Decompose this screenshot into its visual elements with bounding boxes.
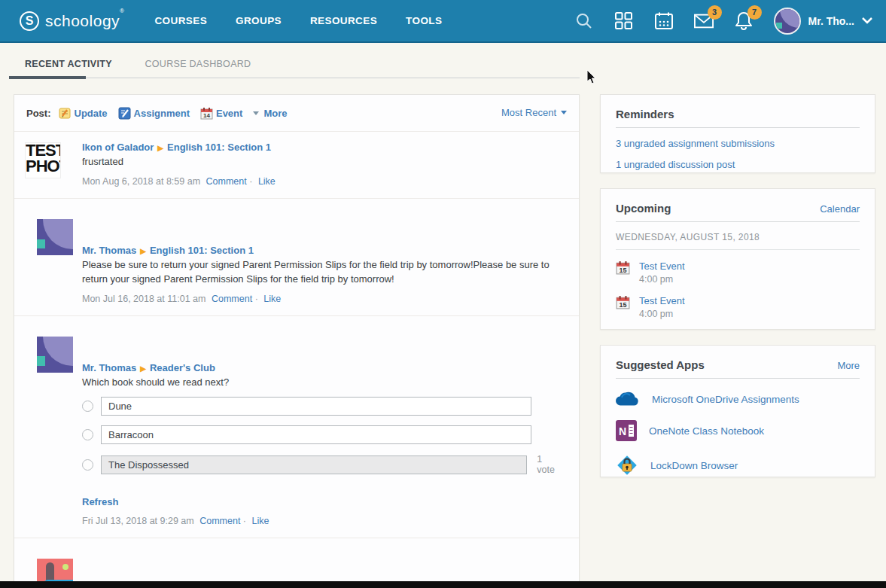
app-row: LockDown Browser: [616, 454, 860, 477]
poll-vote-count: 1 vote: [537, 454, 562, 475]
poll-radio[interactable]: [82, 459, 93, 471]
post-more-button[interactable]: More: [253, 108, 287, 119]
activity-feed: Post: Update Assignment 14 Event More Mo…: [14, 94, 580, 582]
account-menu[interactable]: Mr. Tho...: [774, 8, 872, 35]
app-onenote-link[interactable]: OneNote Class Notebook: [649, 425, 764, 437]
svg-text:15: 15: [620, 301, 627, 309]
comment-link[interactable]: Comment: [212, 294, 252, 304]
nav-groups[interactable]: GROUPS: [236, 15, 282, 26]
app-lockdown-link[interactable]: LockDown Browser: [650, 460, 738, 471]
post-timestamp: Mon Jul 16, 2018 at 11:01 am: [82, 294, 206, 304]
post-body: frusrtated: [82, 155, 562, 169]
app-row: N OneNote Class Notebook: [616, 420, 860, 441]
logo-text: schoology®: [45, 12, 124, 30]
app-onedrive-link[interactable]: Microsoft OneDrive Assignments: [652, 394, 799, 405]
post-author-link[interactable]: Mr. Thomas: [82, 362, 136, 373]
poll-option: Barracoon: [82, 425, 562, 444]
poll-option-label[interactable]: The Dispossessed: [101, 455, 527, 474]
post-update-button[interactable]: Update: [59, 107, 108, 120]
event-date-icon: 15: [616, 295, 630, 309]
like-link[interactable]: Like: [263, 294, 281, 304]
avatar[interactable]: TEST PHOTO: [25, 142, 61, 178]
poll-radio[interactable]: [82, 429, 93, 440]
upcoming-panel: Upcoming Calendar WEDNESDAY, AUGUST 15, …: [600, 188, 875, 330]
nav-courses[interactable]: COURSES: [154, 15, 207, 26]
event-time: 4:00 pm: [639, 309, 685, 319]
main-nav: COURSES GROUPS RESOURCES TOOLS: [154, 15, 442, 26]
onedrive-icon: [616, 391, 640, 407]
svg-text:14: 14: [203, 112, 210, 119]
svg-text:N: N: [619, 425, 626, 437]
more-caret-icon: [253, 111, 259, 115]
post-label: Post:: [26, 108, 51, 119]
poll-question: Which book should we read next?: [82, 376, 562, 390]
sort-caret-icon: [561, 111, 567, 114]
post-timestamp: Fri Jul 13, 2018 at 9:29 am: [82, 516, 194, 526]
comment-link[interactable]: Comment: [206, 176, 247, 187]
post-course-link[interactable]: English 101: Section 1: [167, 142, 271, 153]
breadcrumb-arrow-icon: ▶: [140, 364, 146, 373]
like-link[interactable]: Like: [252, 516, 269, 526]
feed-post-poll: Mr. Thomas▶Reader's Club Which book shou…: [14, 315, 579, 538]
svg-text:15: 15: [620, 267, 627, 274]
event-icon: 14: [200, 107, 213, 120]
app-grid-icon[interactable]: [614, 11, 634, 31]
upcoming-event: 15 Test Event 4:00 pm: [616, 295, 860, 319]
nav-resources[interactable]: RESOURCES: [310, 15, 377, 26]
ungraded-discussion-link[interactable]: 1 ungraded discussion post: [616, 159, 860, 170]
app-row: Microsoft OneDrive Assignments: [616, 391, 860, 407]
poll-radio[interactable]: [82, 401, 93, 412]
event-time: 4:00 pm: [639, 274, 685, 285]
schoology-s-icon: S: [20, 11, 39, 31]
post-course-link[interactable]: Reader's Club: [150, 362, 215, 373]
avatar[interactable]: [37, 219, 73, 255]
reminders-panel: Reminders 3 ungraded assignment submissi…: [600, 94, 875, 173]
poll-option: Dune: [82, 397, 562, 416]
upcoming-date-header: WEDNESDAY, AUGUST 15, 2018: [616, 232, 860, 250]
sort-dropdown[interactable]: Most Recent: [501, 107, 567, 118]
avatar: [774, 8, 801, 35]
window-bottom-edge: [0, 581, 886, 588]
feed-post: TEST PHOTO Ikon of Galador▶English 101: …: [14, 131, 579, 198]
notifications-badge: 7: [747, 5, 762, 20]
calendar-icon[interactable]: [654, 11, 674, 31]
poll-option-label[interactable]: Dune: [101, 397, 531, 416]
comment-link[interactable]: Comment: [199, 516, 240, 526]
like-link[interactable]: Like: [258, 176, 276, 187]
post-event-button[interactable]: 14 Event: [200, 107, 242, 120]
ungraded-assignments-link[interactable]: 3 ungraded assignment submissions: [616, 138, 860, 149]
event-title-link[interactable]: Test Event: [639, 260, 685, 272]
poll-refresh-link[interactable]: Refresh: [82, 496, 118, 507]
tab-course-dashboard[interactable]: COURSE DASHBOARD: [145, 59, 251, 69]
event-title-link[interactable]: Test Event: [639, 295, 685, 306]
event-date-icon: 15: [616, 260, 630, 275]
more-apps-link[interactable]: More: [837, 360, 860, 371]
messages-badge: 3: [708, 5, 722, 20]
post-assignment-button[interactable]: Assignment: [118, 107, 190, 120]
top-navbar: S schoology® COURSES GROUPS RESOURCES TO…: [0, 0, 886, 43]
post-course-link[interactable]: English 101: Section 1: [150, 245, 254, 256]
tab-recent-activity[interactable]: RECENT ACTIVITY: [25, 59, 112, 69]
avatar[interactable]: [37, 337, 73, 373]
breadcrumb-arrow-icon: ▶: [140, 247, 146, 255]
update-icon: [59, 107, 72, 120]
notifications-bell-icon[interactable]: 7: [734, 11, 754, 31]
search-icon[interactable]: [574, 11, 594, 31]
schoology-logo[interactable]: S schoology®: [20, 11, 124, 31]
user-name: Mr. Tho...: [808, 15, 854, 27]
calendar-link[interactable]: Calendar: [820, 203, 860, 215]
suggested-apps-panel: Suggested Apps More Microsoft OneDrive A…: [600, 345, 875, 477]
post-author-link[interactable]: Ikon of Galador: [82, 142, 154, 153]
post-toolbar: Post: Update Assignment 14 Event More Mo…: [14, 95, 579, 131]
registered-mark: ®: [120, 8, 124, 14]
nav-tools[interactable]: TOOLS: [406, 15, 442, 26]
reminders-title: Reminders: [616, 108, 674, 120]
poll-option: The Dispossessed 1 vote: [82, 454, 562, 475]
poll-option-label[interactable]: Barracoon: [101, 425, 531, 444]
feed-tabs: RECENT ACTIVITY COURSE DASHBOARD: [0, 43, 886, 69]
messages-icon[interactable]: 3: [694, 11, 714, 31]
upcoming-title: Upcoming: [616, 202, 671, 215]
avatar[interactable]: [37, 559, 73, 582]
post-author-link[interactable]: Mr. Thomas: [82, 245, 136, 256]
post-timestamp: Mon Aug 6, 2018 at 8:59 am: [82, 176, 200, 187]
